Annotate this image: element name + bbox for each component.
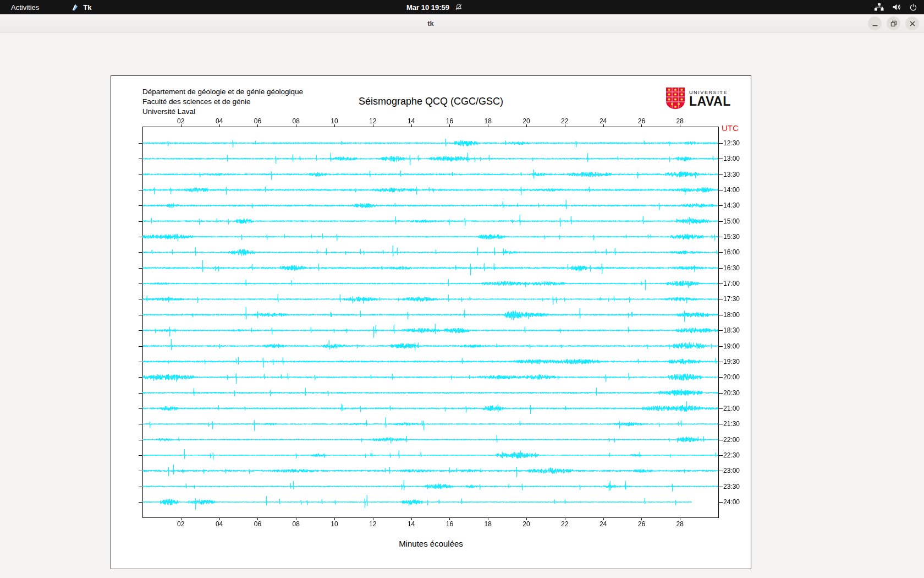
minimize-button[interactable]: [868, 17, 882, 30]
volume-icon: [892, 3, 901, 11]
x-tick-label-top: 26: [638, 117, 645, 125]
x-tick-label-bottom: 28: [676, 520, 684, 528]
utc-label: UTC: [722, 123, 739, 133]
utc-time-label: 22:00: [723, 436, 740, 444]
utc-time-label: 20:00: [723, 373, 740, 381]
power-icon: [909, 3, 917, 12]
x-tick-label-bottom: 20: [522, 520, 530, 528]
utc-time-label: 18:00: [723, 311, 740, 319]
utc-time-label: 14:00: [723, 186, 740, 194]
network-icon: [875, 3, 884, 11]
x-tick-label-top: 10: [331, 117, 338, 125]
x-axis-label: Minutes écoulées: [111, 539, 751, 548]
x-tick-label-top: 18: [485, 117, 492, 125]
seismograph-area: Département de géologie et de génie géol…: [111, 75, 751, 569]
institution-line: Université Laval: [142, 107, 303, 117]
university-logo: UNIVERSITÉ LAVAL: [666, 87, 731, 110]
x-tick-label-bottom: 02: [177, 520, 184, 528]
utc-time-label: 16:00: [723, 248, 740, 256]
x-tick-label-bottom: 22: [561, 520, 568, 528]
seismogram-canvas: [136, 120, 725, 524]
utc-time-label: 21:00: [723, 405, 740, 412]
laval-shield-icon: [666, 87, 685, 110]
utc-time-label: 15:00: [723, 217, 740, 225]
utc-time-label: 22:30: [723, 451, 740, 459]
x-tick-label-top: 12: [369, 117, 376, 125]
maximize-button[interactable]: [887, 17, 900, 30]
activities-button[interactable]: Activities: [8, 2, 42, 13]
logo-text: UNIVERSITÉ LAVAL: [689, 90, 731, 107]
clock-menu[interactable]: Mar 10 19:59: [406, 3, 463, 12]
utc-time-label: 16:30: [723, 264, 740, 272]
utc-time-label: 24:00: [723, 498, 740, 506]
close-icon: [909, 20, 916, 27]
utc-time-label: 17:00: [723, 280, 740, 287]
clock-label: Mar 10 19:59: [406, 3, 449, 12]
system-status-area[interactable]: [875, 0, 917, 14]
x-tick-label-bottom: 08: [293, 520, 300, 528]
utc-time-label: 20:30: [723, 389, 740, 397]
utc-time-label: 17:30: [723, 295, 740, 303]
tk-app-icon: [71, 3, 79, 12]
window-titlebar[interactable]: tk: [0, 14, 924, 32]
x-tick-label-bottom: 12: [369, 520, 376, 528]
top-bar: Activities Tk Mar 10 19:59: [0, 0, 924, 14]
x-tick-label-bottom: 04: [216, 520, 223, 528]
x-tick-label-top: 06: [254, 117, 261, 125]
x-tick-label-bottom: 18: [485, 520, 492, 528]
x-tick-label-bottom: 06: [254, 520, 261, 528]
utc-time-label: 23:00: [723, 467, 740, 475]
minimize-icon: [872, 20, 878, 27]
x-tick-label-top: 14: [408, 117, 415, 125]
x-tick-label-bottom: 14: [408, 520, 415, 528]
x-tick-label-top: 22: [561, 117, 568, 125]
utc-time-label: 12:30: [723, 139, 740, 147]
utc-time-label: 23:30: [723, 483, 740, 490]
window-title: tk: [427, 19, 434, 28]
utc-time-label: 15:30: [723, 233, 740, 241]
utc-time-label: 18:30: [723, 326, 740, 334]
plot-title: Séismographe QCQ (CGC/GSC): [111, 96, 751, 107]
window-controls: [868, 17, 919, 30]
x-tick-label-bottom: 10: [331, 520, 338, 528]
close-button[interactable]: [905, 17, 919, 30]
restore-icon: [890, 20, 897, 27]
x-tick-label-top: 20: [522, 117, 530, 125]
window-content: Département de géologie et de génie géol…: [0, 32, 924, 578]
x-tick-label-bottom: 24: [600, 520, 607, 528]
x-tick-label-bottom: 16: [446, 520, 453, 528]
x-tick-label-top: 04: [216, 117, 223, 125]
utc-time-label: 13:00: [723, 155, 740, 162]
bell-slash-icon: [455, 3, 463, 11]
x-tick-label-top: 02: [177, 117, 184, 125]
x-tick-label-top: 08: [293, 117, 300, 125]
utc-time-label: 14:30: [723, 201, 740, 209]
x-tick-label-top: 28: [676, 117, 684, 125]
utc-time-label: 21:30: [723, 420, 740, 428]
utc-time-label: 19:00: [723, 342, 740, 350]
focused-app-menu[interactable]: Tk: [71, 3, 91, 12]
utc-time-label: 19:30: [723, 358, 740, 366]
x-tick-label-bottom: 26: [638, 520, 645, 528]
focused-app-label: Tk: [83, 3, 91, 12]
logo-laval: LAVAL: [689, 95, 731, 107]
top-bar-left: Activities Tk: [0, 2, 91, 13]
x-tick-label-top: 24: [600, 117, 607, 125]
utc-time-label: 13:30: [723, 171, 740, 178]
x-tick-label-top: 16: [446, 117, 453, 125]
